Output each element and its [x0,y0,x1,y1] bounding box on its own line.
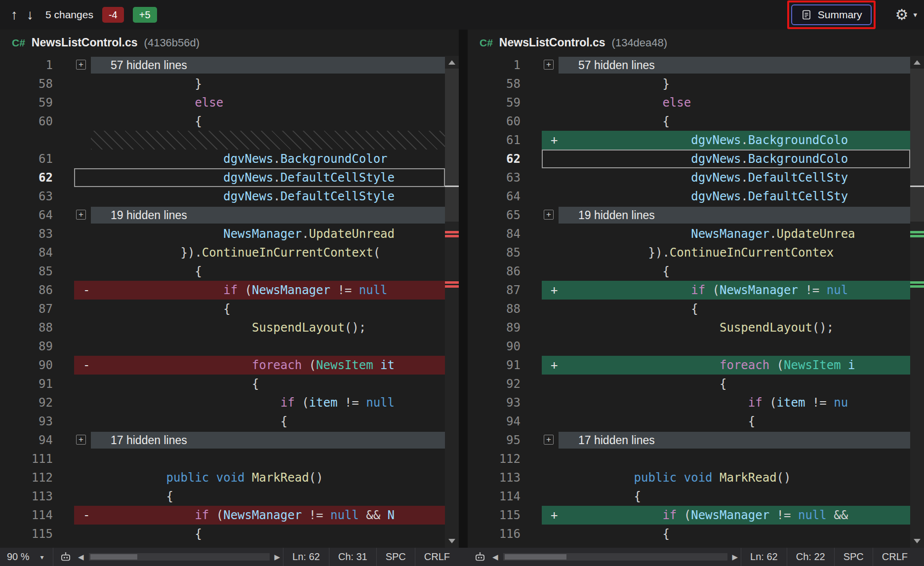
code-line[interactable]: 112 public void MarkRead() [0,468,445,487]
expand-fold-icon[interactable]: + [76,60,86,70]
code-line[interactable]: 111 [0,450,445,468]
scrollbar-thumb[interactable] [910,69,924,222]
code-line[interactable]: 114- if (NewsManager != null && N [0,506,445,525]
expand-fold-icon[interactable]: + [76,435,86,445]
code-line[interactable]: 61+ dgvNews.BackgroundColo [468,131,910,150]
code-line[interactable]: 115+ if (NewsManager != null && [468,506,910,525]
hidden-lines-bar[interactable]: 19 hidden lines [91,207,445,224]
previous-change-button[interactable]: ↑ [11,8,18,22]
summary-button[interactable]: Summary [791,4,872,25]
scroll-right-button[interactable]: ▶ [275,553,281,562]
code-text: { [577,375,726,393]
code-line[interactable]: 116 { [468,525,910,543]
alignment-hatch [91,131,445,150]
code-line[interactable]: 93 if (item != nu [468,393,910,412]
code-line[interactable]: 62 dgvNews.DefaultCellStyle [0,168,445,187]
code-line[interactable]: 59 else [468,93,910,112]
right-horizontal-scrollbar-thumb[interactable] [505,554,566,560]
code-line[interactable]: 90 [468,337,910,356]
code-token: if [691,283,705,297]
code-line[interactable]: 115 { [0,525,445,543]
code-line[interactable]: 91 { [0,375,445,393]
code-token [380,508,387,522]
settings-dropdown-caret[interactable]: ▾ [913,10,917,19]
code-line[interactable]: 86- if (NewsManager != null [0,281,445,300]
hidden-lines-bar[interactable]: 17 hidden lines [559,432,910,449]
code-line[interactable]: 61 dgvNews.BackgroundColor [0,150,445,168]
code-line[interactable]: 114 { [468,487,910,506]
left-editor[interactable]: 1+57 hidden lines58 }59 else60 {61 dgvNe… [0,56,445,548]
scroll-right-button[interactable]: ▶ [732,553,738,562]
code-line[interactable]: 112 [468,450,910,468]
fold-row[interactable]: 1+57 hidden lines [0,56,445,75]
code-line[interactable]: 60 { [468,112,910,131]
code-line[interactable]: 94 { [468,412,910,431]
code-line[interactable]: 86 { [468,262,910,281]
code-line[interactable]: 62 dgvNews.BackgroundColo [468,150,910,168]
code-line[interactable]: 83 NewsManager.UpdateUnread [0,225,445,243]
code-token [359,508,366,522]
copilot-icon[interactable] [474,551,486,564]
copilot-icon[interactable] [59,551,72,564]
right-editor[interactable]: 1+57 hidden lines58 }59 else60 {61+ dgvN… [468,56,910,548]
code-line[interactable]: 91+ foreach (NewsItem i [468,356,910,375]
hidden-lines-bar[interactable]: 57 hidden lines [559,57,910,74]
scroll-up-button[interactable] [914,60,921,65]
code-line[interactable]: 64 dgvNews.DefaultCellSty [468,187,910,206]
code-line[interactable]: 113 { [0,487,445,506]
right-horizontal-scrollbar[interactable] [503,553,727,561]
line-content: { [542,112,910,131]
scroll-up-button[interactable] [448,60,455,65]
fold-row[interactable]: 94+17 hidden lines [0,431,445,450]
code-token: } [109,77,202,91]
hidden-lines-bar[interactable]: 57 hidden lines [91,57,445,74]
code-line[interactable]: 88 { [468,300,910,318]
next-change-button[interactable]: ↓ [27,8,34,22]
fold-row[interactable]: 65+19 hidden lines [468,206,910,225]
code-line[interactable]: 59 else [0,93,445,112]
line-number: 111 [0,450,74,468]
code-line[interactable]: 84 }).ContinueInCurrentContext( [0,243,445,262]
zoom-select[interactable]: 90 % ▾ [0,548,53,566]
code-token: { [109,377,259,391]
expand-fold-icon[interactable]: + [544,60,554,70]
code-line[interactable]: 93 { [0,412,445,431]
scroll-down-button[interactable] [448,539,455,543]
expand-fold-icon[interactable]: + [76,210,86,220]
code-line[interactable]: 92 if (item != null [0,393,445,412]
code-line[interactable]: 85 }).ContinueInCurrentContex [468,243,910,262]
code-line[interactable]: 113 public void MarkRead() [468,468,910,487]
code-line[interactable]: 58 } [468,75,910,93]
left-horizontal-scrollbar-thumb[interactable] [90,554,137,560]
expand-fold-icon[interactable]: + [544,210,554,220]
fold-row[interactable]: 1+57 hidden lines [468,56,910,75]
code-line[interactable]: 63 dgvNews.DefaultCellSty [468,168,910,187]
code-line[interactable]: 85 { [0,262,445,281]
hidden-lines-bar[interactable]: 19 hidden lines [559,207,910,224]
fold-row[interactable]: 95+17 hidden lines [468,431,910,450]
scrollbar-thumb[interactable] [445,69,459,222]
expand-fold-icon[interactable]: + [544,435,554,445]
code-line[interactable]: 58 } [0,75,445,93]
code-line[interactable]: 84 NewsManager.UpdateUnrea [468,225,910,243]
code-line[interactable]: 90- foreach (NewsItem it [0,356,445,375]
scroll-left-button[interactable]: ◀ [78,553,84,562]
code-line[interactable]: 88 SuspendLayout(); [0,318,445,337]
code-line[interactable]: 87+ if (NewsManager != nul [468,281,910,300]
hidden-lines-bar[interactable]: 17 hidden lines [91,432,445,449]
code-line[interactable]: 89 SuspendLayout(); [468,318,910,337]
code-line[interactable]: 63 dgvNews.DefaultCellStyle [0,187,445,206]
code-line[interactable]: 89 [0,337,445,356]
code-token: () [777,471,791,485]
left-horizontal-scrollbar[interactable] [89,553,270,561]
right-vertical-scrollbar[interactable] [910,56,924,548]
fold-row[interactable]: 64+19 hidden lines [0,206,445,225]
code-line[interactable]: 60 { [0,112,445,131]
code-line[interactable]: 87 { [0,300,445,318]
scroll-left-button[interactable]: ◀ [492,553,498,562]
left-vertical-scrollbar[interactable] [445,56,459,548]
settings-gear-icon[interactable]: ⚙ [895,7,909,22]
added-change-mark [910,235,924,237]
scroll-down-button[interactable] [914,539,921,543]
code-line[interactable]: 92 { [468,375,910,393]
